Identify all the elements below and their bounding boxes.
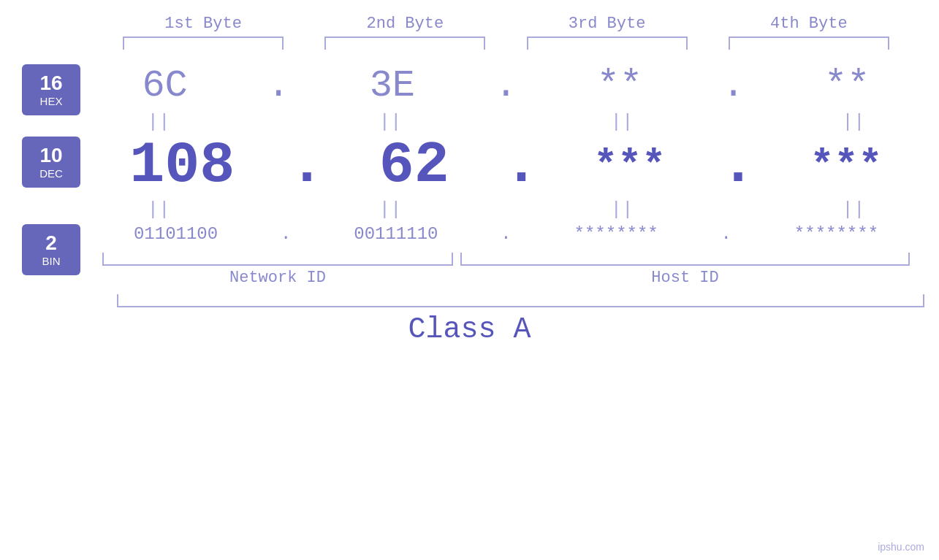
eq2-b4: || <box>842 199 864 220</box>
dec-badge: 10 DEC <box>22 137 80 188</box>
bin-byte3: ******** <box>574 224 658 244</box>
bin-dot2: . <box>501 224 511 244</box>
dec-dot1: . <box>289 137 324 195</box>
equals-row-1: || || || || <box>0 111 939 133</box>
hex-byte3: ** <box>597 64 642 107</box>
hex-byte4: ** <box>824 64 870 107</box>
byte2-label: 2nd Byte <box>324 15 485 33</box>
dec-dot3: . <box>721 137 756 195</box>
class-label: Class A <box>408 313 531 346</box>
bracket-top-1 <box>123 37 284 50</box>
hex-byte2: 3E <box>370 64 415 107</box>
eq1-b2: || <box>379 111 401 133</box>
byte1-label: 1st Byte <box>123 15 284 33</box>
top-brackets <box>0 37 939 50</box>
hex-badge-num: 16 <box>39 72 62 95</box>
dec-badge-num: 10 <box>39 145 62 167</box>
equals-row-2: || || || || <box>0 199 939 220</box>
eq2-b1: || <box>147 199 170 220</box>
bin-byte1: 01101100 <box>134 224 218 244</box>
network-id-label: Network ID <box>102 269 453 287</box>
bracket-top-4 <box>729 37 889 50</box>
dec-byte2: 62 <box>379 137 449 195</box>
byte4-label: 4th Byte <box>729 15 889 33</box>
bin-badge-name: BIN <box>42 255 60 267</box>
bin-badge-num: 2 <box>45 232 57 255</box>
bin-byte4: ******** <box>794 224 878 244</box>
eq1-b3: || <box>610 111 633 133</box>
eq1-b4: || <box>842 111 864 133</box>
eq2-b2: || <box>379 199 401 220</box>
bracket-top-3 <box>527 37 688 50</box>
hex-badge: 16 HEX <box>22 64 80 115</box>
hex-row: 6C . 3E . ** . ** <box>0 64 939 107</box>
bracket-network <box>102 253 453 266</box>
dec-dot2: . <box>503 137 539 195</box>
dec-byte3: *** <box>593 146 666 186</box>
bin-byte2: 00111110 <box>354 224 438 244</box>
hex-byte1: 6C <box>142 64 187 107</box>
bin-row: 01101100 . 00111110 . ******** . *******… <box>0 224 939 244</box>
bin-dot1: . <box>281 224 291 244</box>
bottom-brackets <box>0 253 939 266</box>
page: 1st Byte 2nd Byte 3rd Byte 4th Byte 16 H… <box>0 0 939 560</box>
bin-badge: 2 BIN <box>22 224 80 275</box>
id-labels: Network ID Host ID <box>0 269 939 287</box>
hex-badge-name: HEX <box>40 95 63 107</box>
dec-byte1: 108 <box>129 137 235 195</box>
bracket-host <box>460 253 910 266</box>
host-id-label: Host ID <box>460 269 910 287</box>
eq2-b3: || <box>610 199 633 220</box>
hex-dot3: . <box>722 64 745 107</box>
bracket-top-2 <box>324 37 485 50</box>
bin-dot3: . <box>721 224 731 244</box>
byte3-label: 3rd Byte <box>527 15 688 33</box>
hex-dot1: . <box>267 64 290 107</box>
dec-badge-name: DEC <box>39 167 63 180</box>
hex-dot2: . <box>495 64 517 107</box>
watermark: ipshu.com <box>878 541 924 553</box>
full-bracket <box>117 294 924 307</box>
dec-row: 108 . 62 . *** . *** <box>0 137 939 195</box>
dec-byte4: *** <box>810 146 883 186</box>
eq1-b1: || <box>147 111 170 133</box>
byte-headers: 1st Byte 2nd Byte 3rd Byte 4th Byte <box>0 0 939 33</box>
